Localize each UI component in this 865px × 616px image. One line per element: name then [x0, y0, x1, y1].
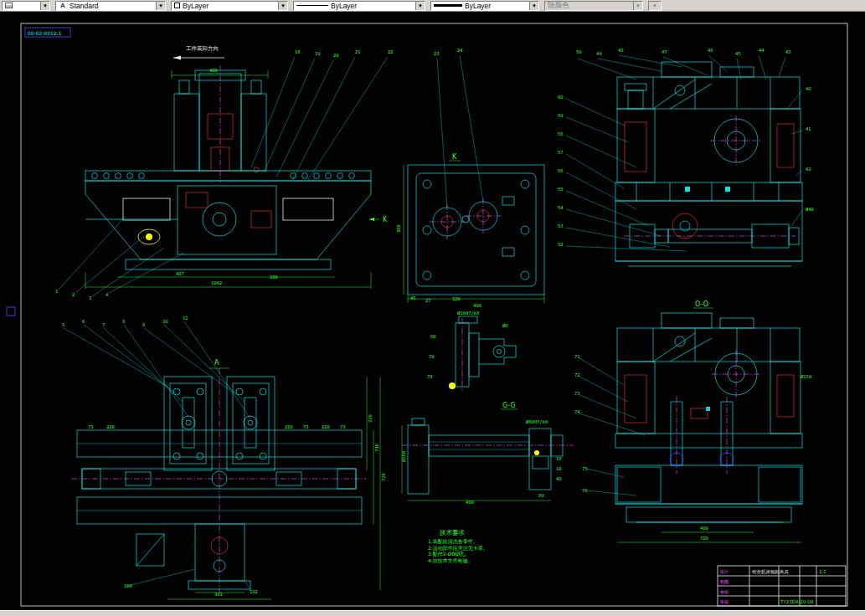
linetype-icon — [296, 5, 328, 6]
doc-ref-tag: 00-02-0012.1 — [25, 28, 70, 37]
dropdown-arrow-icon: ▼ — [649, 2, 661, 10]
svg-text:73: 73 — [340, 424, 346, 429]
dropdown-arrow-icon: ▼ — [633, 2, 642, 10]
svg-text:301: 301 — [214, 592, 223, 597]
svg-text:720: 720 — [700, 536, 708, 541]
svg-text:23: 23 — [434, 51, 440, 56]
view-side-section — [566, 55, 802, 266]
svg-text:24: 24 — [457, 48, 463, 53]
svg-text:400: 400 — [700, 526, 708, 531]
drawing-canvas[interactable]: 00-02-0012.1 工件装卸方向 — [0, 12, 865, 610]
svg-text:49: 49 — [596, 51, 602, 56]
svg-text:Ø8: Ø8 — [502, 323, 508, 328]
section-gg-title: G-G — [502, 402, 516, 409]
dropdown-arrow-icon[interactable]: ▼ — [415, 2, 425, 10]
extra-combo: ▼ — [648, 1, 662, 11]
svg-text:75: 75 — [582, 466, 588, 471]
svg-text:720: 720 — [381, 473, 386, 481]
svg-text:Ø40: Ø40 — [806, 207, 814, 212]
svg-text:70: 70 — [429, 354, 435, 359]
svg-text:10: 10 — [556, 466, 562, 471]
k-arrow-label: K — [383, 216, 388, 223]
linetype-combo[interactable]: ByLayer ▼ — [293, 1, 425, 11]
title-block: 设计 制图 校核 审核 组合机床铣削夹具 1:2 TY23DX-20-08 — [718, 566, 846, 606]
svg-text:89: 89 — [538, 493, 544, 498]
svg-text:21: 21 — [355, 49, 361, 54]
titleblock-role-2: 制图 — [720, 579, 729, 585]
lineweight-value: ByLayer — [465, 2, 491, 10]
svg-text:44: 44 — [759, 48, 765, 53]
svg-text:78: 78 — [427, 374, 433, 379]
svg-text:52: 52 — [558, 242, 564, 247]
titleblock-number: TY23DX-20-08 — [780, 599, 814, 604]
svg-text:20: 20 — [333, 53, 339, 58]
svg-text:400: 400 — [473, 303, 481, 308]
view-plan: A — [64, 321, 380, 599]
dropdown-arrow-icon[interactable]: ▼ — [40, 2, 49, 10]
dropdown-arrow-icon[interactable]: ▼ — [529, 2, 538, 10]
detail-bracket: G-G — [449, 316, 517, 409]
dimension-texts: 1819202122400123440710021602324452712040… — [55, 48, 814, 597]
titleblock-scale: 1:2 — [819, 569, 826, 574]
svg-text:73: 73 — [88, 424, 94, 429]
svg-text:8: 8 — [122, 319, 125, 324]
svg-text:Ø130: Ø130 — [801, 374, 811, 379]
svg-text:46: 46 — [708, 48, 713, 53]
svg-text:220: 220 — [368, 414, 373, 423]
svg-text:2: 2 — [72, 292, 75, 297]
color-combo[interactable]: ByLayer ▼ — [171, 1, 288, 11]
svg-text:11: 11 — [183, 316, 188, 321]
svg-text:50: 50 — [576, 49, 582, 54]
svg-text:730: 730 — [374, 444, 379, 452]
doc-ref-text: 00-02-0012.1 — [28, 30, 62, 36]
svg-text:3: 3 — [89, 295, 91, 300]
layer-icon — [5, 3, 13, 8]
svg-text:18: 18 — [556, 456, 562, 461]
svg-text:73: 73 — [303, 424, 309, 429]
svg-text:74: 74 — [574, 409, 580, 414]
svg-text:10: 10 — [162, 319, 168, 324]
svg-text:407: 407 — [176, 271, 184, 276]
svg-text:Ø60H7/k6: Ø60H7/k6 — [526, 419, 548, 424]
svg-text:5: 5 — [62, 322, 64, 327]
svg-text:19: 19 — [315, 51, 321, 56]
text-style-value: Standard — [70, 2, 99, 10]
svg-text:76: 76 — [582, 488, 588, 493]
svg-text:72: 72 — [574, 372, 580, 377]
svg-text:1: 1 — [55, 289, 58, 294]
svg-text:57: 57 — [558, 150, 564, 155]
svg-text:73: 73 — [574, 391, 580, 396]
svg-text:48: 48 — [618, 48, 624, 53]
lineweight-icon — [434, 4, 462, 7]
text-style-icon: A — [59, 2, 67, 9]
notes-lines: 1.装配前清洗各零件。2.运动部件应灵活无卡滞。3.配作2-Ø8销孔。4.按技术… — [428, 538, 488, 563]
svg-text:480: 480 — [466, 500, 474, 505]
text-style-combo[interactable]: A Standard ▼ — [55, 1, 166, 11]
linetype-value: ByLayer — [331, 2, 357, 10]
svg-text:59: 59 — [558, 113, 564, 118]
svg-text:Ø19H7/k6: Ø19H7/k6 — [457, 311, 480, 316]
load-direction-label: 工件装卸方向 — [186, 45, 219, 52]
svg-text:53: 53 — [558, 223, 564, 228]
svg-text:40: 40 — [806, 86, 811, 91]
svg-text:45: 45 — [735, 51, 741, 56]
view-k: K — [404, 55, 544, 303]
svg-text:45: 45 — [410, 295, 416, 300]
svg-text:18: 18 — [295, 49, 301, 54]
svg-text:41: 41 — [806, 126, 811, 131]
svg-text:58: 58 — [558, 131, 564, 136]
svg-text:6: 6 — [82, 319, 85, 324]
lineweight-combo[interactable]: ByLayer ▼ — [430, 1, 539, 11]
view-a-title: A — [214, 359, 219, 367]
plotstyle-value: 随颜色 — [548, 2, 569, 10]
color-value: ByLayer — [183, 2, 209, 10]
svg-text:42: 42 — [806, 167, 811, 172]
dropdown-arrow-icon[interactable]: ▼ — [156, 2, 165, 10]
svg-text:40: 40 — [556, 476, 562, 481]
svg-text:192: 192 — [250, 589, 258, 594]
titleblock-role-1: 设计 — [719, 569, 729, 574]
svg-text:7: 7 — [102, 322, 105, 327]
dropdown-arrow-icon[interactable]: ▼ — [278, 2, 287, 10]
layer-combo[interactable]: ▼ — [2, 1, 50, 11]
view-front-elevation: 工件装卸方向 — [59, 45, 388, 296]
